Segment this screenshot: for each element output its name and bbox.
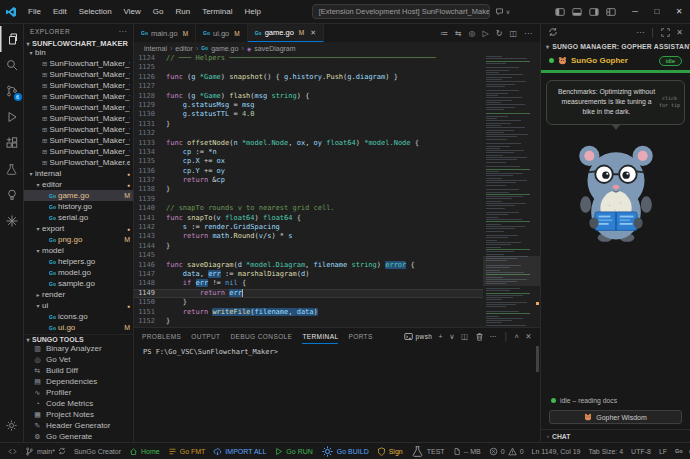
breadcrumb-item[interactable]: saveDiagram (254, 45, 295, 52)
folder-bin[interactable]: ▾bin (24, 47, 133, 58)
menu-view[interactable]: View (118, 4, 147, 19)
file-icons.go[interactable]: Goicons.go (24, 311, 133, 322)
terminal[interactable]: PS F:\Go_VSC\SunFlowchart_Maker> (134, 344, 540, 442)
tool-code-metrics[interactable]: ◔Code Metrics (24, 398, 133, 409)
compare-changes-icon[interactable]: ⇆ (455, 29, 462, 38)
status-eol[interactable]: LF (655, 443, 671, 459)
agent-status-row[interactable]: SunGo Gopher idle (541, 53, 690, 68)
file-ui.go[interactable]: Goui.goM (24, 322, 133, 333)
status-go-build[interactable]: Go BUILD (317, 443, 373, 459)
menu-file[interactable]: File (22, 4, 47, 19)
tool-go-vet[interactable]: ◎Go Vet (24, 354, 133, 365)
folder-ui[interactable]: ▾ui● (24, 300, 133, 311)
tool-project-notes[interactable]: ▦Project Notes (24, 409, 133, 420)
sungo-tools-section[interactable]: ▾ SUNGO TOOLS (24, 334, 133, 343)
panel-tab-output[interactable]: OUTPUT (191, 328, 220, 344)
close-icon[interactable]: ✕ (310, 29, 316, 37)
file-game.go[interactable]: Gogame.goM (24, 190, 133, 201)
chat-section-header[interactable]: › CHAT (541, 429, 690, 442)
file-history.go[interactable]: Gohistory.go (24, 201, 133, 212)
toggle-secondary-sidebar-icon[interactable] (589, 7, 599, 17)
status-sign[interactable]: Sign (373, 443, 407, 459)
tool-header-generator[interactable]: ✎Header Generator (24, 420, 133, 431)
activity-manage[interactable] (0, 412, 24, 438)
refresh-icon[interactable]: ↻ (496, 29, 503, 38)
menu-run[interactable]: Run (169, 4, 196, 19)
run-file-icon[interactable]: ▷ (483, 29, 489, 38)
breadcrumb[interactable]: internal›editor›Gogame.go›◈saveDiagram (134, 42, 540, 54)
breadcrumb-item[interactable]: game.go (211, 45, 238, 52)
file-sunflowchart-maker-v1.2.0.exe[interactable]: ⊞SunFlowchart_Maker_v1.2.0.exe (24, 58, 133, 69)
panel-tab-terminal[interactable]: TERMINAL (302, 328, 338, 344)
file-sunflowchart-maker-v1.3.0-b...[interactable]: ⊞SunFlowchart_Maker_v1.3.0_b... (24, 80, 133, 91)
split-editor-icon[interactable]: ◫ (509, 29, 517, 38)
status-go-run[interactable]: Go RUN (270, 443, 316, 459)
file-sunflowchart-maker-v1.3.0-b...[interactable]: ⊞SunFlowchart_Maker_v1.3.0_b... (24, 91, 133, 102)
focus-view-icon[interactable] (661, 28, 670, 37)
file-sunflowchart-maker-v1.3.0.exe[interactable]: ⊞SunFlowchart_Maker_v1.3.0.exe (24, 146, 133, 157)
maximize-panel-icon[interactable]: ˄ (515, 332, 520, 341)
activity-run-and-debug[interactable] (0, 104, 24, 130)
status-test[interactable]: TEST (407, 443, 449, 459)
status-file-size[interactable]: -- MB (449, 443, 485, 459)
status-sungo-creator[interactable]: SunGo Creator (70, 443, 125, 459)
activity-testing[interactable] (0, 156, 24, 182)
file-model.go[interactable]: Gomodel.go (24, 267, 133, 278)
status-encoding[interactable]: UTF-8 (627, 443, 655, 459)
kill-terminal-icon[interactable] (475, 332, 484, 341)
panel-tab-debug-console[interactable]: DEBUG CONSOLE (230, 328, 292, 344)
activity-search[interactable] (0, 52, 24, 78)
gopher-wisdom-button[interactable]: Gopher Wisdom (549, 410, 682, 424)
status-remote[interactable] (4, 443, 21, 459)
activity-source-control[interactable]: 6 (0, 78, 24, 104)
menu-edit[interactable]: Edit (47, 4, 73, 19)
folder-export[interactable]: ▾export● (24, 223, 133, 234)
more-actions-icon[interactable]: ⋯ (636, 28, 644, 37)
file-png.go[interactable]: Gopng.goM (24, 234, 133, 245)
command-center[interactable]: [Extension Development Host] SunFlowchar… (312, 4, 490, 19)
file-sunflowchart-maker-v1.3.0-b...[interactable]: ⊞SunFlowchart_Maker_v1.3.0_b... (24, 113, 133, 124)
tool-binary-analyzer[interactable]: ▥Binary Analyzer (24, 343, 133, 354)
folder-model[interactable]: ▾model (24, 245, 133, 256)
tool-go-generate[interactable]: ⚙Go Generate (24, 431, 133, 442)
folder-render[interactable]: ▸render (24, 289, 133, 300)
explorer-more-actions[interactable]: ⋯ (118, 27, 127, 36)
folder-internal[interactable]: ▾internal● (24, 168, 133, 179)
outline-icon[interactable]: ≔ (440, 29, 448, 38)
tool-dependencies[interactable]: ▤Dependencies (24, 376, 133, 387)
minimize-button[interactable]: ─ (624, 0, 646, 23)
refresh-icon[interactable] (548, 27, 558, 37)
minimap[interactable] (483, 56, 535, 327)
gopher-mascot[interactable] (570, 142, 662, 246)
file-sample.go[interactable]: Gosample.go (24, 278, 133, 289)
code-editor[interactable]: 1124// ─── Helpers ─────────────────────… (134, 54, 540, 327)
file-sunflowchart-maker-v1.3.0-b...[interactable]: ⊞SunFlowchart_Maker_v1.3.0_b... (24, 102, 133, 113)
status-problems[interactable]: 00 (485, 443, 528, 459)
docs-icon[interactable]: ◎ (469, 29, 476, 38)
more-actions-icon[interactable]: ⋯ (490, 332, 498, 341)
panel-tab-problems[interactable]: PROBLEMS (142, 328, 181, 344)
file-helpers.go[interactable]: Gohelpers.go (24, 256, 133, 267)
status-go-fmt[interactable]: Go FMT (164, 443, 210, 459)
menu-terminal[interactable]: Terminal (196, 4, 238, 19)
shell-selector[interactable]: pwsh (404, 332, 433, 341)
breadcrumb-item[interactable]: internal (144, 45, 167, 52)
status-import-all[interactable]: IMPORT ALL (209, 443, 270, 459)
status-git-branch[interactable]: main* (21, 443, 70, 459)
file-sunflowchart-maker.exe[interactable]: ⊞SunFlowchart_Maker.exe (24, 157, 133, 168)
close-panel-icon[interactable]: ✕ (525, 332, 532, 341)
file-sunflowchart-maker-v1.3.0-b...[interactable]: ⊞SunFlowchart_Maker_v1.3.0_b... (24, 124, 133, 135)
tab-main-go[interactable]: Gomain.goM (134, 24, 196, 42)
tool-build-diff[interactable]: ⇆Build Diff (24, 365, 133, 376)
activity-gopher-assistant[interactable] (0, 182, 24, 208)
more-actions-icon[interactable]: ⋯ (524, 29, 532, 38)
new-terminal-icon[interactable]: + (438, 332, 443, 341)
shell-dropdown-icon[interactable]: ∨ (449, 332, 455, 341)
menu-help[interactable]: Help (238, 4, 266, 19)
minimap-slider[interactable] (483, 256, 540, 286)
panel-tab-ports[interactable]: PORTS (348, 328, 372, 344)
activity-sun-tools[interactable] (0, 208, 24, 234)
explorer-root-folder[interactable]: ▾ SUNFLOWCHART_MAKER (24, 39, 133, 47)
file-sunflowchart-maker-v1.3.0-b...[interactable]: ⊞SunFlowchart_Maker_v1.3.0_b... (24, 69, 133, 80)
assistant-section-header[interactable]: ▾ SUNGO MANAGER: GOPHER ASSISTANT (541, 40, 690, 53)
